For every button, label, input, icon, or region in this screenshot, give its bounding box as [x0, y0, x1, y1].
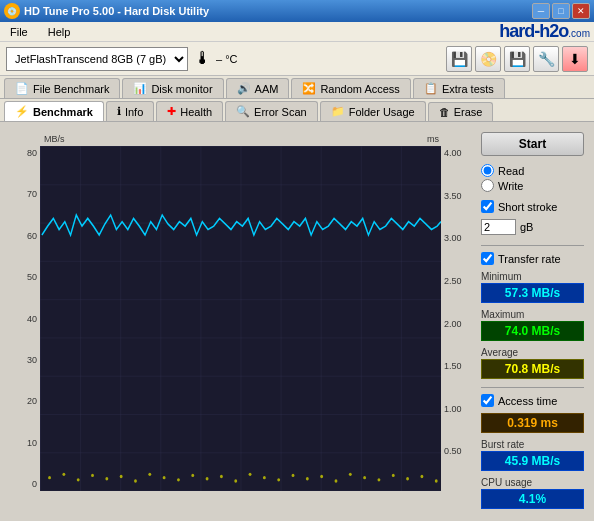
error-scan-icon: 🔍	[236, 105, 250, 118]
tab-row-1: 📄 File Benchmark 📊 Disk monitor 🔊 AAM 🔀 …	[0, 76, 594, 99]
gb-label: gB	[520, 221, 533, 233]
read-write-radio-group: Read Write	[481, 164, 584, 192]
access-time-checkbox[interactable]	[481, 394, 494, 407]
file-menu[interactable]: File	[4, 24, 34, 40]
svg-point-1	[48, 476, 51, 479]
extra-tests-icon: 📋	[424, 82, 438, 95]
benchmark-chart	[40, 146, 441, 491]
toolbar-icon-4[interactable]: 🔧	[533, 46, 559, 72]
transfer-rate-checkbox[interactable]	[481, 252, 494, 265]
svg-point-11	[191, 474, 194, 477]
svg-point-18	[292, 474, 295, 477]
maximum-value: 74.0 MB/s	[481, 321, 584, 341]
toolbar-icon-1[interactable]: 💾	[446, 46, 472, 72]
maximum-label: Maximum	[481, 309, 584, 320]
toolbar-icon-2[interactable]: 📀	[475, 46, 501, 72]
cpu-usage-section: CPU usage 4.1%	[481, 477, 584, 509]
svg-point-25	[392, 474, 395, 477]
file-benchmark-icon: 📄	[15, 82, 29, 95]
extra-tests-label: Extra tests	[442, 83, 494, 95]
toolbar-icons: 💾 📀 💾 🔧 ⬇	[446, 46, 588, 72]
drive-select[interactable]: JetFlashTranscend 8GB (7 gB)	[6, 47, 188, 71]
average-value: 70.8 MB/s	[481, 359, 584, 379]
svg-point-23	[363, 476, 366, 479]
main-content: MB/s ms 80 70 60 50 40 30 20 10 0	[0, 122, 594, 521]
svg-point-4	[91, 474, 94, 477]
window-title: HD Tune Pro 5.00 - Hard Disk Utility	[24, 5, 209, 17]
random-access-label: Random Access	[320, 83, 399, 95]
svg-point-28	[435, 479, 438, 482]
chart-section: MB/s ms 80 70 60 50 40 30 20 10 0	[8, 134, 475, 509]
close-button[interactable]: ✕	[572, 3, 590, 19]
toolbar-icon-3[interactable]: 💾	[504, 46, 530, 72]
tab-info[interactable]: ℹ Info	[106, 101, 154, 121]
transfer-rate-checkbox-row: Transfer rate	[481, 252, 584, 265]
svg-point-26	[406, 477, 409, 480]
write-label: Write	[498, 180, 523, 192]
tab-extra-tests[interactable]: 📋 Extra tests	[413, 78, 505, 98]
write-radio[interactable]	[481, 179, 494, 192]
minimum-label: Minimum	[481, 271, 584, 282]
brand-com: .com	[568, 28, 590, 39]
disk-monitor-label: Disk monitor	[151, 83, 212, 95]
info-label: Info	[125, 106, 143, 118]
chart-with-axes: 80 70 60 50 40 30 20 10 0	[8, 146, 475, 491]
divider-1	[481, 245, 584, 246]
short-stroke-checkbox[interactable]	[481, 200, 494, 213]
help-menu[interactable]: Help	[42, 24, 77, 40]
burst-rate-section: Burst rate 45.9 MB/s	[481, 439, 584, 471]
minimum-value: 57.3 MB/s	[481, 283, 584, 303]
short-stroke-value-row: gB	[481, 219, 584, 235]
short-stroke-checkbox-row: Short stroke	[481, 200, 584, 213]
transfer-rate-label: Transfer rate	[498, 253, 561, 265]
cpu-usage-label: CPU usage	[481, 477, 584, 488]
read-radio-label[interactable]: Read	[481, 164, 584, 177]
start-button[interactable]: Start	[481, 132, 584, 156]
svg-point-14	[234, 479, 237, 482]
burst-rate-value: 45.9 MB/s	[481, 451, 584, 471]
benchmark-label: Benchmark	[33, 106, 93, 118]
toolbar-icon-5[interactable]: ⬇	[562, 46, 588, 72]
tab-aam[interactable]: 🔊 AAM	[226, 78, 290, 98]
short-stroke-label: Short stroke	[498, 201, 557, 213]
info-icon: ℹ	[117, 105, 121, 118]
tab-error-scan[interactable]: 🔍 Error Scan	[225, 101, 318, 121]
window-controls: ─ □ ✕	[532, 3, 590, 19]
short-stroke-input[interactable]	[481, 219, 516, 235]
tab-erase[interactable]: 🗑 Erase	[428, 102, 494, 121]
erase-label: Erase	[454, 106, 483, 118]
menu-items: File Help	[4, 24, 76, 40]
svg-point-22	[349, 473, 352, 476]
tab-benchmark[interactable]: ⚡ Benchmark	[4, 101, 104, 121]
minimize-button[interactable]: ─	[532, 3, 550, 19]
svg-point-24	[378, 478, 381, 481]
tab-disk-monitor[interactable]: 📊 Disk monitor	[122, 78, 223, 98]
svg-point-8	[148, 473, 151, 476]
average-section: Average 70.8 MB/s	[481, 347, 584, 379]
write-radio-label[interactable]: Write	[481, 179, 584, 192]
toolbar: JetFlashTranscend 8GB (7 gB) 🌡 – °C 💾 📀 …	[0, 42, 594, 76]
temp-value: – °C	[216, 53, 238, 65]
svg-point-6	[120, 475, 123, 478]
thermometer-icon: 🌡	[194, 48, 212, 69]
read-radio[interactable]	[481, 164, 494, 177]
folder-usage-icon: 📁	[331, 105, 345, 118]
tab-file-benchmark[interactable]: 📄 File Benchmark	[4, 78, 120, 98]
svg-point-12	[206, 477, 209, 480]
svg-point-17	[277, 478, 280, 481]
temp-display: 🌡 – °C	[194, 48, 238, 69]
burst-rate-label: Burst rate	[481, 439, 584, 450]
svg-point-5	[105, 477, 108, 480]
svg-point-9	[163, 476, 166, 479]
access-time-checkbox-row: Access time	[481, 394, 584, 407]
title-bar: 💿 HD Tune Pro 5.00 - Hard Disk Utility ─…	[0, 0, 594, 22]
tab-folder-usage[interactable]: 📁 Folder Usage	[320, 101, 426, 121]
maximize-button[interactable]: □	[552, 3, 570, 19]
tab-random-access[interactable]: 🔀 Random Access	[291, 78, 410, 98]
svg-point-15	[249, 473, 252, 476]
right-panel: Start Read Write Short stroke gB Transf	[475, 126, 590, 517]
access-time-label: Access time	[498, 395, 557, 407]
tab-health[interactable]: ✚ Health	[156, 101, 223, 121]
chart-top-labels: MB/s ms	[8, 134, 475, 144]
tab-row-2: ⚡ Benchmark ℹ Info ✚ Health 🔍 Error Scan…	[0, 99, 594, 122]
